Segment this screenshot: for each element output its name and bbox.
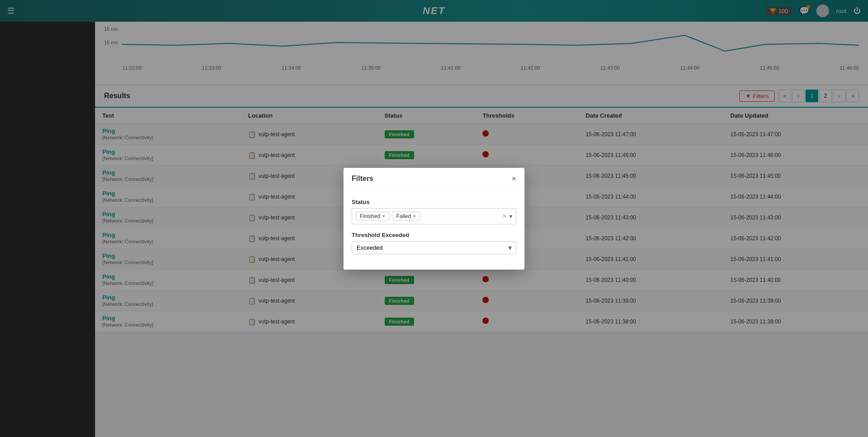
tag-input-clear-button[interactable]: × xyxy=(502,212,506,220)
threshold-label: Threshold Exceeded xyxy=(352,232,516,238)
tag-input-arrow-button[interactable]: ▾ xyxy=(509,213,512,220)
status-tag-input[interactable]: Finished × Failed × × ▾ xyxy=(352,208,516,224)
threshold-select[interactable]: Exceeded Not Exceeded Any xyxy=(352,241,516,254)
tag-finished-remove[interactable]: × xyxy=(382,213,385,219)
status-label: Status xyxy=(352,199,516,205)
modal-title: Filters xyxy=(352,175,373,183)
modal-body: Status Finished × Failed × × ▾ Threshold… xyxy=(343,190,525,270)
threshold-form-group: Threshold Exceeded Exceeded Not Exceeded… xyxy=(352,232,516,254)
modal-overlay[interactable]: Filters × Status Finished × Failed × × ▾ xyxy=(0,0,868,437)
tag-failed-remove[interactable]: × xyxy=(413,213,416,219)
tag-finished: Finished × xyxy=(356,212,389,221)
status-form-group: Status Finished × Failed × × ▾ xyxy=(352,199,516,224)
tag-finished-label: Finished xyxy=(360,213,380,219)
modal-header: Filters × xyxy=(343,168,525,190)
threshold-select-wrapper: Exceeded Not Exceeded Any xyxy=(352,241,516,254)
modal-close-button[interactable]: × xyxy=(511,174,516,184)
tag-failed: Failed × xyxy=(392,212,420,221)
tag-failed-label: Failed xyxy=(396,213,411,219)
filters-modal: Filters × Status Finished × Failed × × ▾ xyxy=(343,168,525,270)
